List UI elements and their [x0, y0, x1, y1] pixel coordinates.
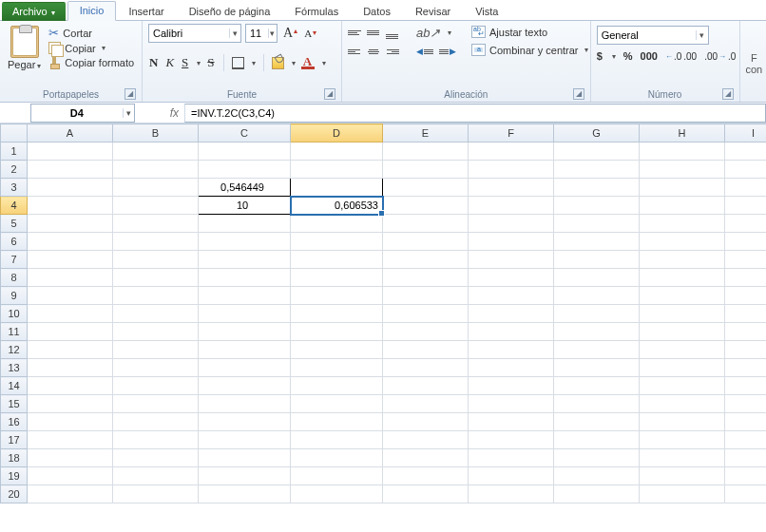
chevron-down-icon[interactable]: ▾ — [322, 59, 326, 67]
cell-F4[interactable] — [469, 197, 554, 215]
cell-H6[interactable] — [640, 233, 725, 251]
cell-G3[interactable] — [554, 179, 640, 197]
cut-button[interactable]: ✂Cortar — [48, 26, 134, 40]
cell-H20[interactable] — [640, 485, 725, 504]
tab-review[interactable]: Revisar — [403, 2, 463, 21]
chevron-down-icon[interactable]: ▾ — [252, 59, 256, 67]
cell-F17[interactable] — [469, 431, 554, 449]
cell-A1[interactable] — [28, 142, 113, 161]
chevron-down-icon[interactable]: ▾ — [696, 30, 708, 40]
row-header-7[interactable]: 7 — [1, 251, 28, 269]
cell-D12[interactable] — [291, 341, 383, 359]
cell-C16[interactable] — [199, 413, 291, 431]
cell-G12[interactable] — [554, 341, 640, 359]
cell-D19[interactable] — [291, 467, 383, 485]
cell-H3[interactable] — [640, 179, 725, 197]
cell-E9[interactable] — [383, 287, 469, 305]
chevron-down-icon[interactable]: ▾ — [612, 52, 616, 61]
cell-H16[interactable] — [640, 413, 725, 431]
cell-A12[interactable] — [28, 341, 113, 359]
cell-D17[interactable] — [291, 431, 383, 449]
bold-button[interactable]: N — [148, 55, 159, 70]
cell-E10[interactable] — [383, 305, 469, 323]
cell-H4[interactable] — [640, 197, 725, 215]
tab-data[interactable]: Datos — [351, 2, 403, 21]
cell-G10[interactable] — [554, 305, 640, 323]
cell-A15[interactable] — [28, 395, 113, 413]
col-header-D[interactable]: D — [291, 124, 383, 142]
increase-decimal-button[interactable]: ←.0.00 — [665, 50, 697, 62]
cell-H19[interactable] — [640, 467, 725, 485]
cell-I12[interactable] — [725, 341, 767, 359]
italic-button[interactable]: K — [164, 55, 175, 70]
cell-F1[interactable] — [469, 142, 554, 161]
dialog-launcher-icon[interactable]: ◢ — [124, 88, 136, 100]
cell-E1[interactable] — [383, 142, 469, 161]
cell-G13[interactable] — [554, 359, 640, 377]
align-top-button[interactable] — [348, 28, 361, 39]
cell-F16[interactable] — [469, 413, 554, 431]
formula-bar-input[interactable] — [184, 104, 766, 123]
cell-B20[interactable] — [113, 485, 199, 504]
cell-D16[interactable] — [291, 413, 383, 431]
decrease-indent-button[interactable]: ◀ — [416, 47, 433, 56]
currency-button[interactable]: $ — [597, 50, 603, 62]
cell-D2[interactable] — [291, 161, 383, 179]
cell-B5[interactable] — [113, 215, 199, 233]
cell-B17[interactable] — [113, 431, 199, 449]
cell-H9[interactable] — [640, 287, 725, 305]
cell-H18[interactable] — [640, 449, 725, 467]
fill-color-button[interactable] — [272, 57, 284, 69]
cell-E13[interactable] — [383, 359, 469, 377]
cell-D6[interactable] — [291, 233, 383, 251]
cell-A9[interactable] — [28, 287, 113, 305]
wrap-text-button[interactable]: Ajustar texto — [471, 26, 588, 38]
cell-I1[interactable] — [725, 142, 767, 161]
cell-E5[interactable] — [383, 215, 469, 233]
cell-H13[interactable] — [640, 359, 725, 377]
cell-B2[interactable] — [113, 161, 199, 179]
cell-A6[interactable] — [28, 233, 113, 251]
spreadsheet-grid[interactable]: ABCDEFGHI1230,5464494100,606533567891011… — [0, 124, 766, 532]
cell-A10[interactable] — [28, 305, 113, 323]
cell-I5[interactable] — [725, 215, 767, 233]
row-header-19[interactable]: 19 — [1, 467, 28, 485]
cell-F14[interactable] — [469, 377, 554, 395]
cell-G7[interactable] — [554, 251, 640, 269]
row-header-6[interactable]: 6 — [1, 233, 28, 251]
row-header-2[interactable]: 2 — [1, 161, 28, 179]
cell-C1[interactable] — [199, 142, 291, 161]
cell-F3[interactable] — [469, 179, 554, 197]
tab-home[interactable]: Inicio — [67, 1, 117, 21]
cell-I9[interactable] — [725, 287, 767, 305]
cell-D18[interactable] — [291, 449, 383, 467]
cell-C12[interactable] — [199, 341, 291, 359]
row-header-4[interactable]: 4 — [1, 197, 28, 215]
cell-D7[interactable] — [291, 251, 383, 269]
align-center-button[interactable] — [367, 46, 380, 57]
cell-B10[interactable] — [113, 305, 199, 323]
chevron-down-icon[interactable]: ▾ — [268, 28, 277, 38]
cell-C18[interactable] — [199, 449, 291, 467]
cell-A19[interactable] — [28, 467, 113, 485]
tab-insert[interactable]: Insertar — [116, 2, 176, 21]
cell-A7[interactable] — [28, 251, 113, 269]
cell-F11[interactable] — [469, 323, 554, 341]
tab-page-layout[interactable]: Diseño de página — [177, 2, 283, 21]
chevron-down-icon[interactable]: ▾ — [123, 108, 135, 118]
tab-view[interactable]: Vista — [463, 2, 510, 21]
cell-B7[interactable] — [113, 251, 199, 269]
cell-F10[interactable] — [469, 305, 554, 323]
col-header-C[interactable]: C — [199, 124, 291, 142]
col-header-A[interactable]: A — [28, 124, 113, 142]
cell-F15[interactable] — [469, 395, 554, 413]
row-header-18[interactable]: 18 — [1, 449, 28, 467]
col-header-G[interactable]: G — [554, 124, 640, 142]
cell-H14[interactable] — [640, 377, 725, 395]
cell-I13[interactable] — [725, 359, 767, 377]
cell-A13[interactable] — [28, 359, 113, 377]
row-header-17[interactable]: 17 — [1, 431, 28, 449]
cell-F5[interactable] — [469, 215, 554, 233]
merge-center-button[interactable]: Combinar y centrar▾ — [471, 44, 588, 56]
border-button[interactable] — [232, 57, 244, 69]
